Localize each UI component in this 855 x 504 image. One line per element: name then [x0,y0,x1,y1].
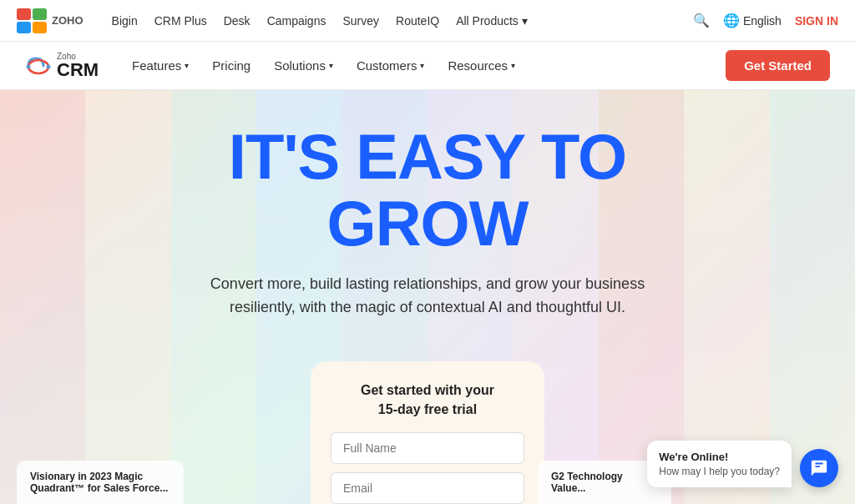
nav-crm-plus[interactable]: CRM Plus [154,14,207,28]
badge-title: Visionary in 2023 Magic Quadrant™ for Sa… [30,471,170,494]
resources-menu[interactable]: Resources ▾ [448,58,515,73]
crm-logo-text: Zoho CRM [57,53,99,79]
chevron-down-icon: ▾ [522,14,528,28]
solutions-chevron-icon: ▾ [329,61,333,70]
solutions-label: Solutions [274,58,326,73]
customers-chevron-icon: ▾ [420,61,424,70]
get-started-button[interactable]: Get Started [726,50,830,81]
crm-nav-links: Features ▾ Pricing Solutions ▾ Customers… [132,58,726,73]
sign-in-button[interactable]: SIGN IN [795,14,838,28]
top-bar-right: 🔍 🌐 English SIGN IN [693,13,838,28]
nav-bigin[interactable]: Bigin [112,14,138,28]
hero-subtitle: Convert more, build lasting relationship… [177,272,678,320]
trial-form-card: Get started with your15-day free trial [311,361,544,504]
crm-nav: Zoho CRM Features ▾ Pricing Solutions ▾ … [0,42,855,90]
hero-section: IT'S EASY TO GROW Convert more, build la… [0,90,855,504]
customers-menu[interactable]: Customers ▾ [357,58,425,73]
hero-title-line2: GROW [327,188,529,259]
chat-bubble: We're Online! How may I help you today? [647,441,792,487]
zoho-logo[interactable]: ZOHO [17,8,83,33]
svg-point-0 [28,60,48,73]
chat-widget: We're Online! How may I help you today? [647,441,838,487]
top-nav: Bigin CRM Plus Desk Campaigns Survey Rou… [112,14,673,28]
chat-message: How may I help you today? [659,466,780,477]
nav-routeiq[interactable]: RouteIQ [396,14,439,28]
crm-logo[interactable]: Zoho CRM [25,53,99,79]
hero-content: IT'S EASY TO GROW Convert more, build la… [0,90,855,320]
all-products-dropdown[interactable]: All Products ▾ [456,14,528,28]
customers-label: Customers [357,58,417,73]
solutions-menu[interactable]: Solutions ▾ [274,58,333,73]
nav-survey[interactable]: Survey [342,14,379,28]
svg-point-2 [47,64,51,68]
zoho-squares-icon [17,8,47,33]
email-input[interactable] [331,472,524,504]
bottom-left-badge: Visionary in 2023 Magic Quadrant™ for Sa… [17,461,184,504]
search-button[interactable]: 🔍 [693,13,710,28]
features-chevron-icon: ▾ [185,61,189,70]
features-menu[interactable]: Features ▾ [132,58,189,73]
right-badge-title: G2 Technology Value... [551,471,658,494]
nav-desk[interactable]: Desk [224,14,250,28]
globe-icon: 🌐 [723,13,740,28]
all-products-label: All Products [456,14,519,28]
full-name-input[interactable] [331,432,524,464]
hero-title: IT'S EASY TO GROW [229,123,626,257]
chat-online-status: We're Online! [659,451,780,463]
nav-campaigns[interactable]: Campaigns [267,14,326,28]
chat-avatar-button[interactable] [800,449,838,487]
resources-chevron-icon: ▾ [511,61,515,70]
language-label: English [743,14,782,28]
crm-logo-icon [25,55,52,77]
svg-point-1 [27,64,31,68]
language-selector[interactable]: 🌐 English [723,13,782,28]
form-card-title: Get started with your15-day free trial [331,381,524,419]
crm-label: CRM [57,61,99,79]
hero-title-line1: IT'S EASY TO [229,121,626,192]
top-bar: ZOHO Bigin CRM Plus Desk Campaigns Surve… [0,0,855,42]
resources-label: Resources [448,58,508,73]
pricing-link[interactable]: Pricing [212,58,250,73]
features-label: Features [132,58,181,73]
zoho-text: ZOHO [52,14,83,27]
